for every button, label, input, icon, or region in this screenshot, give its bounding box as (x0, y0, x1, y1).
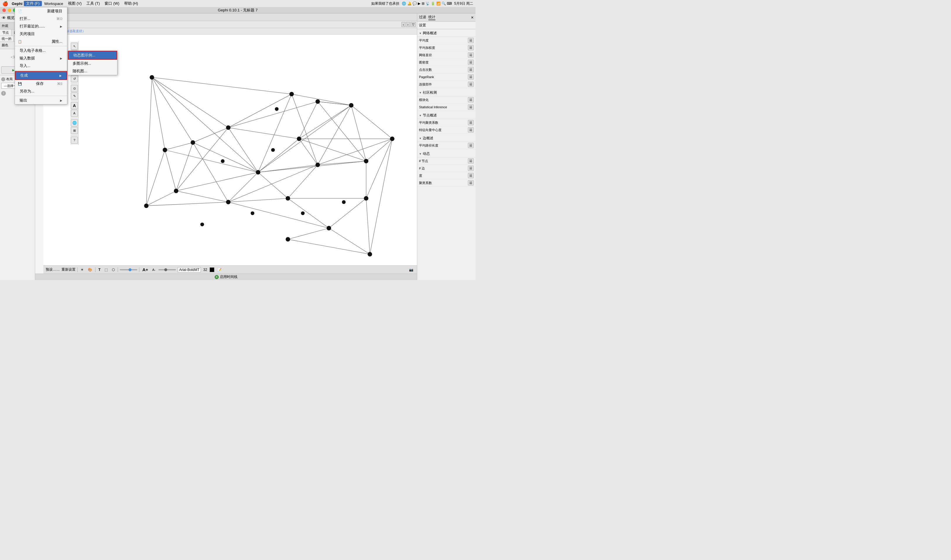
run-connected[interactable]: 运 (468, 82, 474, 87)
svg-point-62 (289, 92, 294, 96)
screenshot-icon[interactable]: 📷 (408, 267, 415, 272)
nav-prev[interactable]: ‹ (401, 22, 405, 27)
run-eigenvector[interactable]: 运 (468, 127, 474, 132)
menu-import-spreadsheet[interactable]: 导入电子表格... (15, 47, 67, 54)
menu-open[interactable]: 打开... ⌘O (15, 15, 67, 23)
svg-point-85 (342, 200, 346, 204)
edges-triangle: ▼ (419, 137, 422, 140)
window-controls[interactable] (2, 8, 16, 12)
run-clustering[interactable]: 运 (468, 120, 474, 125)
run-path-length[interactable]: 运 (468, 143, 474, 148)
tool-rotate[interactable]: ↺ (71, 75, 78, 82)
menu-window[interactable]: 窗口 (W) (102, 1, 122, 6)
run-clicks[interactable]: 运 (468, 67, 474, 72)
svg-line-35 (299, 102, 318, 139)
svg-line-52 (152, 77, 165, 150)
size-slider[interactable] (120, 269, 137, 270)
tool-globe[interactable]: 🌐 (71, 119, 78, 126)
run-degree-dyn[interactable]: 运 (468, 173, 474, 178)
run-diameter[interactable]: 运 (468, 52, 474, 58)
text-tool-icon[interactable]: T (97, 267, 102, 272)
menu-help[interactable]: 帮助 (H) (122, 1, 140, 6)
run-num-nodes[interactable]: 运 (468, 158, 474, 163)
clicks-label: 点击次数 (419, 68, 432, 72)
run-clustering-dyn[interactable]: 运 (468, 180, 474, 186)
tool-lasso[interactable]: ⊙ (71, 85, 78, 92)
tab-unified[interactable]: 统一的 (0, 36, 14, 42)
nav-next[interactable]: › (406, 22, 410, 27)
section-nodes: ▼ 节点概述 平均聚类系数 运 特征向量中心度 运 (417, 111, 476, 134)
right-panel-header: 过滤 统计 ✕ (417, 14, 476, 22)
label2-icon[interactable]: ⬡ (111, 267, 116, 272)
close-button[interactable] (2, 8, 6, 12)
menu-properties[interactable]: 📋 属性... (15, 38, 67, 45)
run-density[interactable]: 运 (468, 60, 474, 65)
tool-help[interactable]: ? (71, 137, 78, 144)
menu-workspace[interactable]: Workspace (42, 2, 66, 6)
font-slider-thumb (164, 268, 167, 271)
menu-import[interactable]: 导入... (15, 62, 67, 70)
connected-label: 连接部件 (419, 82, 432, 87)
run-pagerank[interactable]: 运 (468, 74, 474, 80)
menu-open-recent[interactable]: 打开最近的...... ▶ (15, 23, 67, 30)
menu-save[interactable]: 💾 保存 ⌘S (15, 80, 67, 88)
label-toggle-icon[interactable]: 📝 (216, 267, 223, 272)
stat-num-edges: # 边 运 (417, 165, 476, 172)
menu-view[interactable]: 视图 (V) (66, 1, 84, 6)
submenu-dynamic-example[interactable]: 动态图示例... (68, 51, 117, 59)
run-inference[interactable]: 运 (468, 105, 474, 110)
menu-file[interactable]: 文件 (F) (24, 1, 42, 6)
sep3 (118, 268, 118, 272)
svg-point-64 (349, 103, 353, 108)
tab-filter[interactable]: 过滤 (419, 15, 426, 20)
minimize-button[interactable] (8, 8, 11, 12)
submenu-random-graph[interactable]: 随机图... (68, 67, 117, 75)
nav-expand[interactable]: ▽ (410, 22, 416, 27)
info-icon[interactable]: i (1, 91, 6, 96)
font-slider[interactable] (159, 269, 176, 270)
apple-menu[interactable]: 🍎 (2, 1, 8, 6)
menu-close[interactable]: 关闭项目 (15, 30, 67, 38)
run-avg-degree[interactable]: 运 (468, 38, 474, 43)
dynamic-example-wrapper: 动态图示例... (68, 51, 117, 60)
label-icon[interactable]: ⬚ (103, 267, 109, 272)
tool-brush[interactable]: ✎ (71, 92, 78, 100)
menu-generate[interactable]: 生成 ▶ (15, 72, 66, 79)
edges-title: 边概述 (423, 136, 433, 141)
nodes-triangle: ▼ (419, 114, 422, 117)
right-panel-close[interactable]: ✕ (471, 15, 474, 20)
svg-point-66 (364, 159, 368, 163)
sun-icon[interactable]: ☀ (79, 267, 85, 272)
tool-text-small[interactable]: A (71, 110, 78, 117)
run-modularity[interactable]: 运 (468, 97, 474, 102)
tab-statistics[interactable]: 统计 (428, 15, 435, 20)
palette-icon[interactable]: 🎨 (87, 267, 93, 272)
menu-save-as[interactable]: 另存为... (15, 88, 67, 95)
tool-grid[interactable]: ⊞ (71, 127, 78, 134)
svg-point-75 (315, 99, 320, 103)
svg-line-24 (318, 139, 392, 165)
timeline-enable-btn[interactable]: + 启用时间线 (214, 274, 237, 279)
properties-icon: 📋 (17, 40, 23, 44)
menu-export[interactable]: 输出 ▶ (15, 97, 67, 104)
font-color-swatch[interactable] (210, 268, 214, 272)
clustering-label: 平均聚类系数 (419, 120, 438, 125)
tab-nodes[interactable]: 节点 (0, 29, 11, 36)
stats-container: ▼ 网络概述 平均度 运 平均加权度 运 网络直径 运 图密度 运 (417, 29, 476, 280)
bottom-toolbar: 预设…… 重新设置 ☀ 🎨 T ⬚ ⬡ A+ A- (43, 265, 417, 274)
submenu-multi-example[interactable]: 多图示例... (68, 60, 117, 67)
font-size-a-small[interactable]: A- (151, 268, 157, 272)
font-slider-container (159, 269, 176, 270)
svg-point-78 (286, 237, 290, 242)
generate-submenu: 动态图示例... 多图示例... 随机图... (68, 51, 117, 75)
font-size-a-large[interactable]: A+ (141, 266, 150, 273)
menu-import-data[interactable]: 输入数据 ▶ (15, 54, 67, 62)
tool-cursor[interactable]: ↖ (71, 43, 78, 50)
run-weighted-degree[interactable]: 运 (468, 45, 474, 50)
menu-new-project[interactable]: 📄 新建项目 (15, 7, 67, 15)
run-num-edges[interactable]: 运 (468, 166, 474, 171)
menu-tools[interactable]: 工具 (T) (84, 1, 102, 6)
save-shortcut: ⌘S (57, 82, 62, 86)
tool-text-large[interactable]: A (71, 102, 78, 109)
svg-line-3 (152, 77, 258, 172)
